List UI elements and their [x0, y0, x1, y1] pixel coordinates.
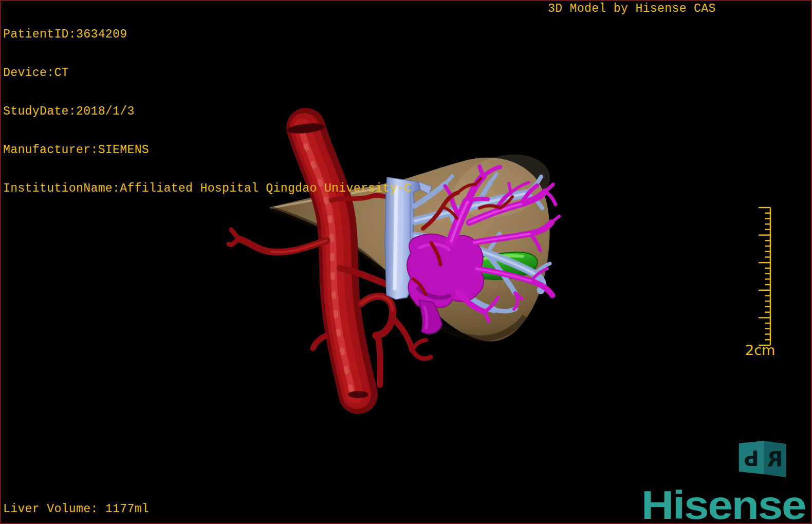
scale-label: 2cm — [745, 342, 775, 358]
cube-letter-posterior: P — [744, 446, 759, 470]
device: Device:CT — [3, 67, 412, 80]
manufacturer: Manufacturer:SIEMENS — [3, 144, 412, 157]
orientation-cube[interactable]: P R — [739, 441, 786, 477]
viewer-window: P R PatientID:3634209 Device:CT StudyDat… — [0, 0, 812, 524]
hisense-logo: Hisense — [641, 485, 805, 524]
watermark-title: 3D Model by Hisense CAS — [548, 3, 716, 15]
institution-name: InstitutionName:Affiliated Hospital Qing… — [3, 182, 412, 195]
patient-id: PatientID:3634209 — [3, 28, 412, 41]
cube-letter-right: R — [767, 447, 783, 471]
liver-volume-readout: Liver Volume: 1177ml — [3, 503, 149, 516]
patient-info-block: PatientID:3634209 Device:CT StudyDate:20… — [3, 3, 412, 221]
study-date: StudyDate:2018/1/3 — [3, 105, 412, 118]
scale-ruler — [759, 208, 770, 345]
